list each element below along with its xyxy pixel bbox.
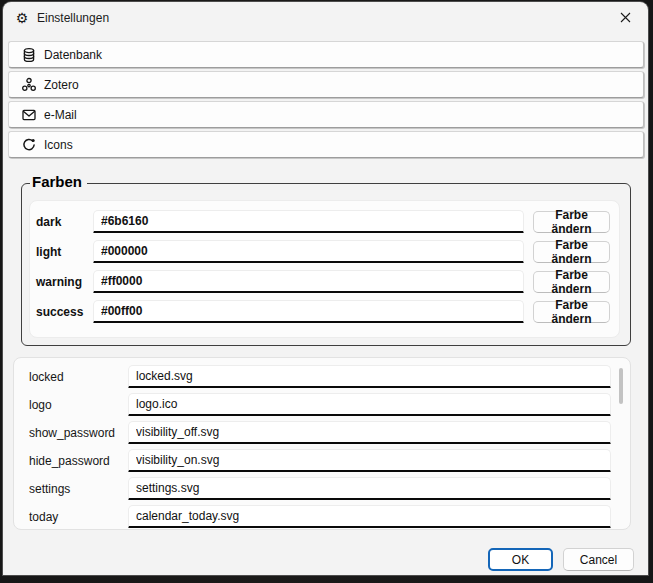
icon-file-label: locked (29, 365, 129, 389)
section-header-icons[interactable]: Icons (8, 131, 644, 158)
icon-file-input-show-password[interactable] (128, 421, 611, 444)
change-color-button[interactable]: Farbe ändern (533, 241, 610, 263)
database-icon (21, 47, 37, 63)
mail-icon (21, 107, 37, 123)
section-label: Datenbank (44, 48, 102, 62)
settings-dialog: ⚙ Einstellungen Datenbank (3, 2, 648, 575)
sync-icon (21, 137, 37, 153)
icon-file-input-hide-password[interactable] (128, 449, 611, 472)
icon-file-row-show-password: show_password (14, 421, 631, 445)
icon-file-input-logo[interactable] (128, 393, 611, 416)
icon-file-input-today[interactable] (128, 505, 611, 528)
icon-file-label: settings (29, 477, 129, 501)
color-label: dark (36, 210, 92, 234)
change-color-button[interactable]: Farbe ändern (533, 271, 610, 293)
icon-file-row-hide-password: hide_password (14, 449, 631, 473)
color-label: success (36, 300, 92, 324)
icon-file-input-settings[interactable] (128, 477, 611, 500)
section-header-zotero[interactable]: Zotero (8, 71, 644, 98)
vertical-scrollbar-thumb[interactable] (619, 368, 623, 404)
ok-button[interactable]: OK (488, 548, 553, 571)
icon-files-panel: locked logo show_password hide_password … (13, 357, 631, 530)
desktop-background: ⚙ Einstellungen Datenbank (0, 0, 653, 583)
icon-file-label: logo (29, 393, 129, 417)
change-color-button[interactable]: Farbe ändern (533, 211, 610, 233)
color-hex-input-warning[interactable] (93, 270, 524, 293)
color-row-dark: dark Farbe ändern (3, 210, 648, 234)
icon-file-label: today (29, 505, 129, 529)
color-label: warning (36, 270, 92, 294)
farben-group-title: Farben (30, 173, 87, 190)
close-icon (620, 12, 631, 23)
color-hex-input-light[interactable] (93, 240, 524, 263)
section-header-datenbank[interactable]: Datenbank (8, 41, 644, 68)
icon-file-label: show_password (29, 421, 129, 445)
color-row-warning: warning Farbe ändern (3, 270, 648, 294)
icon-file-row-locked: locked (14, 365, 631, 389)
icon-file-input-locked[interactable] (128, 365, 611, 388)
icon-file-row-today: today (14, 505, 631, 529)
color-hex-input-dark[interactable] (93, 210, 524, 233)
gear-icon: ⚙ (14, 10, 30, 26)
color-label: light (36, 240, 92, 264)
icon-file-row-settings: settings (14, 477, 631, 501)
color-row-light: light Farbe ändern (3, 240, 648, 264)
icon-file-row-logo: logo (14, 393, 631, 417)
color-hex-input-success[interactable] (93, 300, 524, 323)
cancel-button[interactable]: Cancel (563, 548, 634, 571)
icon-file-label: hide_password (29, 449, 129, 473)
zotero-icon (21, 77, 37, 93)
section-header-email[interactable]: e-Mail (8, 101, 644, 128)
color-row-success: success Farbe ändern (3, 300, 648, 324)
section-label: Icons (44, 138, 73, 152)
titlebar[interactable]: ⚙ Einstellungen (3, 2, 648, 34)
section-label: Zotero (44, 78, 79, 92)
window-title: Einstellungen (37, 11, 109, 25)
change-color-button[interactable]: Farbe ändern (533, 301, 610, 323)
section-label: e-Mail (44, 108, 77, 122)
close-button[interactable] (603, 2, 648, 33)
